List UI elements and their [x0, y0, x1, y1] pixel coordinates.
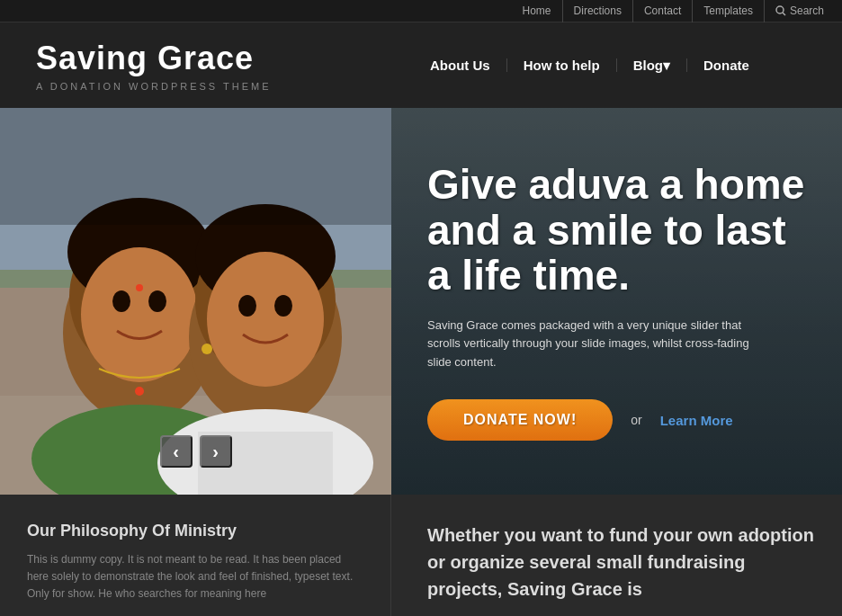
top-nav-search[interactable]: Search	[765, 4, 824, 17]
svg-rect-24	[0, 108, 391, 225]
lower-section: Our Philosophy Of Ministry This is dummy…	[0, 495, 842, 616]
slider-prev-button[interactable]: ‹	[160, 435, 193, 468]
svg-point-18	[274, 295, 292, 317]
top-nav-contact[interactable]: Contact	[633, 0, 693, 22]
top-nav-directions[interactable]: Directions	[563, 0, 633, 22]
hero-description: Saving Grace comes packaged with a very …	[427, 317, 769, 372]
donate-now-button[interactable]: DONATE NOW!	[427, 399, 613, 441]
nav-about-us[interactable]: About Us	[414, 58, 507, 72]
slider-arrows: ‹ ›	[160, 435, 232, 468]
nav-donate[interactable]: Donate	[687, 58, 766, 72]
hero-heading: Give aduva a home and a smile to last a …	[427, 162, 806, 299]
philosophy-heading: Our Philosophy Of Ministry	[27, 522, 363, 540]
hero-cta: DONATE NOW! or Learn More	[427, 399, 806, 441]
svg-point-23	[135, 387, 144, 396]
top-utility-nav: Home Directions Contact Templates Search	[0, 0, 842, 22]
arrow-right-icon: ›	[212, 442, 219, 462]
nav-blog[interactable]: Blog ▾	[617, 58, 687, 72]
svg-point-17	[238, 295, 256, 317]
svg-point-0	[776, 6, 784, 13]
chevron-down-icon: ▾	[663, 58, 670, 72]
svg-line-1	[783, 13, 785, 15]
lower-left-panel: Our Philosophy Of Ministry This is dummy…	[0, 495, 391, 616]
main-nav: About Us How to help Blog ▾ Donate	[414, 58, 766, 72]
philosophy-text: This is dummy copy. It is not meant to b…	[27, 551, 363, 603]
top-nav-templates[interactable]: Templates	[693, 0, 765, 22]
hero-content: Give aduva a home and a smile to last a …	[391, 108, 842, 495]
site-tagline: A Donation WordPress Theme	[36, 81, 396, 92]
site-title: Saving Grace	[36, 40, 396, 77]
svg-point-16	[207, 252, 324, 387]
search-icon	[775, 5, 786, 16]
site-header: Saving Grace A Donation WordPress Theme …	[0, 22, 842, 108]
lower-right-text: Whether you want to fund your own adopti…	[427, 522, 815, 603]
nav-how-to-help[interactable]: How to help	[507, 58, 617, 72]
svg-point-11	[148, 290, 166, 312]
cta-or-text: or	[631, 413, 641, 427]
slider-next-button[interactable]: ›	[200, 435, 232, 468]
svg-point-12	[136, 284, 143, 291]
learn-more-link[interactable]: Learn More	[660, 413, 733, 428]
svg-point-9	[81, 247, 198, 382]
svg-point-10	[112, 290, 130, 312]
top-nav-home[interactable]: Home	[512, 0, 563, 22]
search-label: Search	[790, 4, 824, 17]
logo-area: Saving Grace A Donation WordPress Theme	[18, 31, 414, 101]
nav-blog-label: Blog	[633, 58, 663, 72]
arrow-left-icon: ‹	[173, 442, 179, 462]
hero-section: ‹ › Give aduva a home and a smile to las…	[0, 108, 842, 495]
lower-right-panel: Whether you want to fund your own adopti…	[391, 495, 842, 616]
svg-point-19	[202, 344, 212, 354]
hero-image-area: ‹ ›	[0, 108, 391, 495]
